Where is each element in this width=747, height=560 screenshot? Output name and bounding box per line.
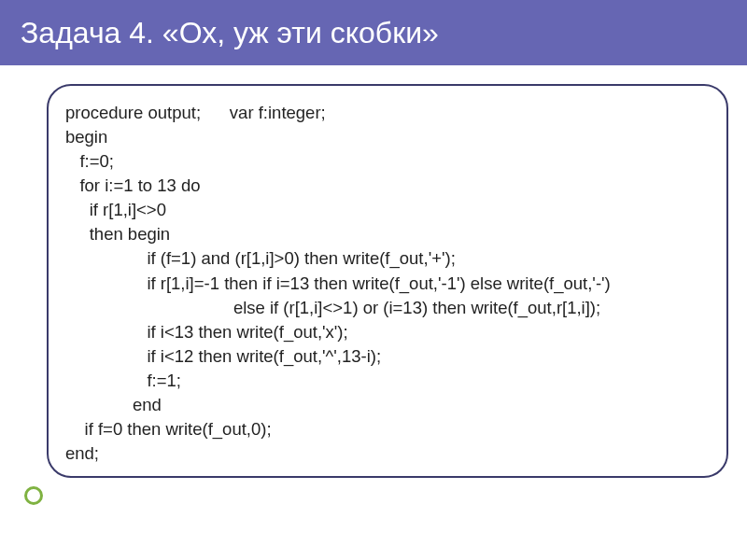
slide-title: Задача 4. «Ох, уж эти скобки» [21, 16, 439, 50]
code-box: procedure output; var f:integer; begin f… [47, 84, 728, 478]
slide-title-bar: Задача 4. «Ох, уж эти скобки» [0, 0, 747, 67]
bullet-circle-icon [24, 486, 43, 505]
code-listing: procedure output; var f:integer; begin f… [65, 101, 717, 466]
